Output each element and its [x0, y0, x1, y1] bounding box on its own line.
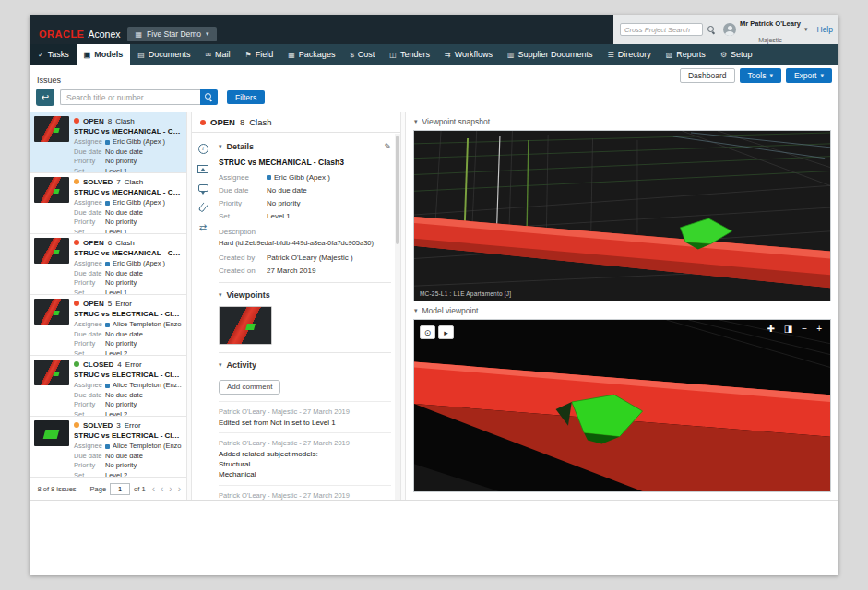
tab-workflows[interactable]: ⇉ Workflows [437, 44, 500, 65]
issue-number: 8 [240, 117, 244, 127]
scrollbar-thumb[interactable] [396, 136, 399, 244]
issue-list-item[interactable]: SOLVED 7 Clash STRUC vs MECHANICAL - Cla… [30, 173, 186, 234]
user-avatar-icon [723, 23, 736, 36]
model-viewpoint-header[interactable]: ▾ Model viewpoint [406, 301, 838, 319]
project-icon: ▦ [135, 30, 142, 39]
due-date-value: No due date [105, 208, 143, 218]
issue-search-button[interactable] [200, 89, 218, 105]
scrollbar[interactable] [395, 134, 400, 500]
tools-label: Tools [748, 71, 767, 80]
details-section-header[interactable]: ▾ Details ✎ [219, 142, 391, 151]
field-label: Priority [74, 461, 105, 471]
field-label: Set [74, 349, 105, 357]
viewpoints-section-header[interactable]: ▾ Viewpoints [219, 290, 391, 300]
issue-list-item[interactable]: OPEN 5 Error STRUC vs ELECTRICAL - Clash… [30, 295, 186, 356]
assignee-icon [105, 140, 110, 145]
filters-button[interactable]: Filters [227, 90, 265, 104]
comments-icon[interactable] [198, 184, 208, 192]
user-menu[interactable]: Mr Patrick O'Leary Majestic ▾ [723, 15, 808, 46]
tab-models[interactable]: ▣ Models [77, 44, 131, 65]
field-label: Due date [74, 330, 105, 340]
visibility-button[interactable]: ⊙ [420, 325, 435, 339]
prev-page-button[interactable]: ‹ [161, 485, 163, 494]
edit-details-button[interactable]: ✎ [384, 142, 391, 151]
last-page-button[interactable]: › [178, 485, 181, 494]
issue-type: Clash [125, 178, 143, 186]
tab-tenders[interactable]: ◫ Tenders [382, 44, 437, 65]
page-number-input[interactable] [110, 483, 130, 495]
tab-documents[interactable]: ▤ Documents [130, 44, 197, 65]
priority-value: No priority [105, 339, 137, 349]
viewpoint-thumbnail[interactable] [219, 306, 272, 345]
play-button[interactable]: ▸ [438, 325, 454, 339]
issue-list-item[interactable]: OPEN 8 Clash STRUC vs MECHANICAL - Clash… [30, 112, 186, 173]
first-page-button[interactable]: ‹ [152, 485, 155, 494]
field-label: Priority [219, 199, 267, 207]
issue-title: STRUC vs MECHANICAL - Clash3 [219, 158, 391, 167]
zoom-out-button[interactable]: − [802, 324, 807, 334]
issue-thumbnail [34, 238, 69, 264]
expand-icon[interactable]: ⇄ [199, 223, 207, 232]
viewpoints-icon[interactable] [197, 165, 208, 173]
attachments-icon[interactable] [198, 202, 208, 213]
field-label: Due date [74, 208, 105, 218]
tab-cost[interactable]: $ Cost [342, 44, 382, 65]
status-label: SOLVED [83, 421, 113, 430]
zoom-in-button[interactable]: + [816, 324, 822, 334]
field-label: Created by [219, 254, 267, 262]
issue-thumbnail [34, 299, 69, 324]
status-label: OPEN [83, 117, 104, 125]
tab-label: Tasks [48, 50, 69, 59]
set-value: Level 1 [105, 167, 127, 174]
field-label: Set [74, 410, 105, 418]
issue-list-item[interactable]: SOLVED 3 Error STRUC vs ELECTRICAL - Cla… [30, 417, 186, 478]
mail-icon: ✉ [205, 51, 211, 59]
info-icon[interactable] [198, 144, 208, 154]
model-viewpoint-canvas[interactable]: ⊙ ▸ ✚ ◨ − + [413, 319, 831, 492]
list-pagination: -8 of 8 issues Page of 1 ‹ ‹ › › [30, 478, 186, 500]
assignee-value: Alice Templeton (Enz... [113, 381, 182, 391]
tab-packages[interactable]: ▦ Packages [280, 44, 342, 65]
topbar-left: ORACLE Aconex ▦ Five Star Demo ▾ [30, 15, 613, 44]
cross-project-search-input[interactable] [620, 23, 703, 36]
next-page-button[interactable]: › [169, 485, 172, 494]
cross-project-search-button[interactable] [707, 23, 716, 36]
collapse-panel-button[interactable]: ↩ [36, 88, 54, 106]
tab-directory[interactable]: ☰ Directory [600, 44, 659, 65]
assignee-icon [105, 323, 110, 327]
field-label: Due date [74, 148, 105, 158]
assignee-icon [105, 444, 110, 449]
divider [219, 282, 391, 283]
add-comment-button[interactable]: Add comment [219, 380, 280, 395]
aconex-logo-text: Aconex [88, 29, 120, 40]
reports-icon: ▧ [666, 51, 673, 59]
tab-reports[interactable]: ▧ Reports [659, 44, 713, 65]
help-link[interactable]: Help [817, 25, 833, 34]
issue-number: 5 [108, 300, 112, 308]
pan-button[interactable]: ✚ [767, 324, 774, 334]
issue-list-item[interactable]: CLOSED 4 Error STRUC vs ELECTRICAL - Cla… [30, 356, 186, 417]
field-label: Due date [74, 452, 105, 462]
tools-button[interactable]: Tools ▾ [740, 68, 781, 83]
issue-list-item[interactable]: OPEN 6 Clash STRUC vs MECHANICAL - Clash… [30, 234, 186, 295]
activity-section-header[interactable]: ▾ Activity [219, 360, 391, 370]
viewer-left-controls: ⊙ ▸ [420, 325, 454, 339]
dashboard-button[interactable]: Dashboard [680, 68, 735, 83]
tab-setup[interactable]: ⚙ Setup [713, 44, 760, 65]
field-label: Priority [74, 157, 105, 167]
page-label: Page [90, 485, 107, 493]
activity-body: Added related subject models: Structural… [219, 450, 391, 479]
user-org: Majestic [758, 37, 782, 43]
project-selector[interactable]: ▦ Five Star Demo ▾ [127, 27, 216, 41]
tab-supplier-documents[interactable]: ▥ Supplier Documents [500, 44, 600, 65]
tab-tasks[interactable]: ✓ Tasks [30, 44, 77, 65]
export-button[interactable]: Export ▾ [786, 68, 832, 83]
priority-value: No priority [267, 199, 300, 207]
issue-search-input[interactable] [60, 89, 200, 105]
viewpoint-snapshot-header[interactable]: ▾ Viewpoint snapshot [406, 112, 838, 130]
tab-field[interactable]: ⚑ Field [238, 44, 281, 65]
tab-mail[interactable]: ✉ Mail [197, 44, 237, 65]
issue-number: 3 [116, 421, 120, 430]
activity-meta: Patrick O'Leary - Majestic - 27 March 20… [219, 439, 391, 447]
section-button[interactable]: ◨ [784, 324, 792, 334]
